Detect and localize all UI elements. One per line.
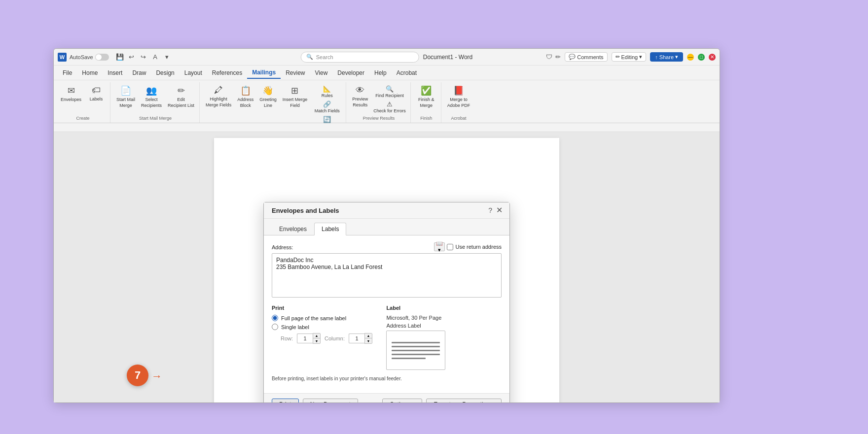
title-center: 🔍 Search Document1 - Word (301, 52, 472, 63)
edit-list-icon: ✏ (178, 85, 185, 96)
use-return-address-checkbox[interactable] (447, 244, 453, 250)
finish-merge-button[interactable]: ✅ Finish & Merge (415, 84, 437, 109)
match-fields-button[interactable]: 🔗 Match Fields (311, 100, 343, 114)
create-buttons: ✉ Envelopes 🏷 Labels (59, 82, 107, 116)
tab-acrobat[interactable]: Acrobat (392, 67, 422, 78)
merge-to-pdf-button[interactable]: 📕 Merge to Adobe PDF (445, 84, 472, 109)
row-input[interactable] (297, 334, 313, 343)
title-right-icons: 🛡 ✏ (546, 53, 561, 61)
shield-icon: 🛡 (546, 53, 552, 61)
address-textarea[interactable]: PandaDoc Inc 235 Bamboo Avenue, La La La… (272, 253, 502, 298)
find-recipient-button[interactable]: 🔍 Find Recipient (372, 84, 407, 99)
single-label-radio[interactable] (272, 324, 278, 330)
envelopes-button[interactable]: ✉ Envelopes (59, 84, 83, 103)
ribbon-tabs: File Home Insert Draw Design Layout Refe… (54, 66, 720, 80)
address-block-button[interactable]: 📋 Address Block (235, 84, 255, 109)
ribbon-group-start-mail-merge: 📄 Start Mail Merge 👥 Select Recipients ✏… (111, 82, 200, 123)
check-errors-button[interactable]: ⚠ Check for Errors (372, 100, 407, 114)
column-down-arrow[interactable]: ▼ (365, 338, 372, 343)
label-section: Label Microsoft, 30 Per Page Address Lab… (386, 305, 502, 370)
label-type: Address Label (386, 323, 502, 329)
update-icon: 🔄 (323, 116, 331, 123)
rules-button[interactable]: 📐 Rules (311, 84, 343, 99)
comments-button[interactable]: 💬 Comments (565, 52, 607, 62)
dialog-title: Envelopes and Labels (272, 207, 339, 214)
help-icon[interactable]: ? (488, 206, 492, 214)
tab-review[interactable]: Review (281, 67, 310, 78)
tab-references[interactable]: References (207, 67, 247, 78)
row-down-arrow[interactable]: ▼ (313, 338, 320, 343)
label-line-3 (392, 350, 440, 351)
undo-icon[interactable]: ↩ (127, 52, 137, 62)
chevron-down-icon-share: ▾ (675, 54, 678, 60)
highlight-merge-fields-button[interactable]: 🖍 Highlight Merge Fields (204, 84, 233, 108)
row-col-area: Row: ▲ ▼ Column: (272, 333, 376, 344)
print-button[interactable]: Print (272, 399, 299, 402)
tab-file[interactable]: File (58, 67, 77, 78)
tab-labels[interactable]: Labels (314, 223, 346, 235)
epostage-button[interactable]: E-postage Properties... (426, 399, 502, 402)
close-button[interactable]: ✕ (709, 54, 716, 61)
doc-area: Envelopes and Labels ? ✕ Envelopes Label… (54, 123, 720, 402)
dialog-close-button[interactable]: ✕ (496, 206, 503, 214)
column-input[interactable] (349, 334, 364, 343)
customize-icon[interactable]: ▾ (162, 52, 172, 62)
tab-developer[interactable]: Developer (332, 67, 369, 78)
address-book-button[interactable]: 📖 ▾ (434, 242, 445, 251)
title-bar: W AutoSave 💾 ↩ ↪ A ▾ 🔍 Search Document1 … (54, 49, 720, 66)
footer-right-buttons: Options... E-postage Properties... (382, 399, 502, 402)
editing-button[interactable]: ✏ Editing ▾ (612, 52, 647, 62)
edit-recipient-list-button[interactable]: ✏ Edit Recipient List (166, 84, 196, 109)
minimize-button[interactable]: — (687, 54, 694, 61)
before-print-note: Before printing, insert labels in your p… (272, 376, 502, 381)
search-box[interactable]: 🔍 Search (301, 52, 419, 63)
font-size-icon[interactable]: A (150, 52, 160, 62)
write-insert-buttons: 🖍 Highlight Merge Fields 📋 Address Block… (204, 82, 343, 130)
share-button[interactable]: ↑ Share ▾ (650, 52, 683, 62)
start-merge-buttons: 📄 Start Mail Merge 👥 Select Recipients ✏… (114, 82, 196, 116)
maximize-button[interactable]: □ (698, 54, 705, 61)
pdf-icon: 📕 (453, 85, 464, 96)
address-block-icon: 📋 (240, 85, 251, 96)
options-button[interactable]: Options... (382, 399, 422, 402)
row-spinner[interactable]: ▲ ▼ (297, 333, 321, 344)
labels-button[interactable]: 🏷 Labels (85, 84, 107, 102)
ribbon-group-preview: 👁 Preview Results 🔍 Find Recipient ⚠ Che… (347, 82, 411, 123)
tab-envelopes[interactable]: Envelopes (272, 223, 314, 235)
greeting-line-button[interactable]: 👋 Greeting Line (257, 84, 279, 109)
find-icon: 🔍 (386, 85, 394, 93)
merge-field-icon: ⊞ (291, 85, 298, 96)
dialog-overlay: Envelopes and Labels ? ✕ Envelopes Label… (54, 123, 720, 402)
row-up-arrow[interactable]: ▲ (313, 334, 320, 338)
print-section: Print Full page of the same label Single… (272, 305, 376, 344)
tab-insert[interactable]: Insert (103, 67, 127, 78)
row-arrows: ▲ ▼ (313, 333, 321, 344)
tab-help[interactable]: Help (369, 67, 392, 78)
start-mail-merge-button[interactable]: 📄 Start Mail Merge (114, 84, 137, 109)
tab-design[interactable]: Design (151, 67, 179, 78)
full-page-radio[interactable] (272, 315, 278, 321)
print-heading: Print (272, 305, 376, 311)
select-recipients-button[interactable]: 👥 Select Recipients (139, 84, 164, 109)
tab-view[interactable]: View (310, 67, 333, 78)
tab-draw[interactable]: Draw (127, 67, 151, 78)
column-label: Column: (325, 335, 345, 341)
label-line-4 (392, 354, 440, 355)
tab-layout[interactable]: Layout (180, 67, 207, 78)
save-icon[interactable]: 💾 (115, 52, 125, 62)
acrobat-buttons: 📕 Merge to Adobe PDF (445, 82, 472, 116)
preview-results-button[interactable]: 👁 Preview Results (350, 84, 370, 108)
tab-mailings[interactable]: Mailings (247, 67, 281, 79)
tab-home[interactable]: Home (77, 67, 103, 78)
redo-icon[interactable]: ↪ (139, 52, 148, 62)
insert-merge-field-button[interactable]: ⊞ Insert Merge Field (281, 84, 310, 109)
column-up-arrow[interactable]: ▲ (365, 334, 372, 338)
new-document-button[interactable]: New Document (303, 399, 358, 402)
recipients-icon: 👥 (146, 85, 157, 96)
highlight-icon: 🖍 (214, 85, 223, 96)
title-bar-right: 🛡 ✏ 💬 Comments ✏ Editing ▾ ↑ Share ▾ — □… (546, 52, 716, 62)
column-spinner[interactable]: ▲ ▼ (349, 333, 372, 344)
labels-icon: 🏷 (92, 85, 101, 96)
comments-icon: 💬 (569, 54, 576, 60)
autosave-toggle[interactable] (95, 54, 109, 61)
